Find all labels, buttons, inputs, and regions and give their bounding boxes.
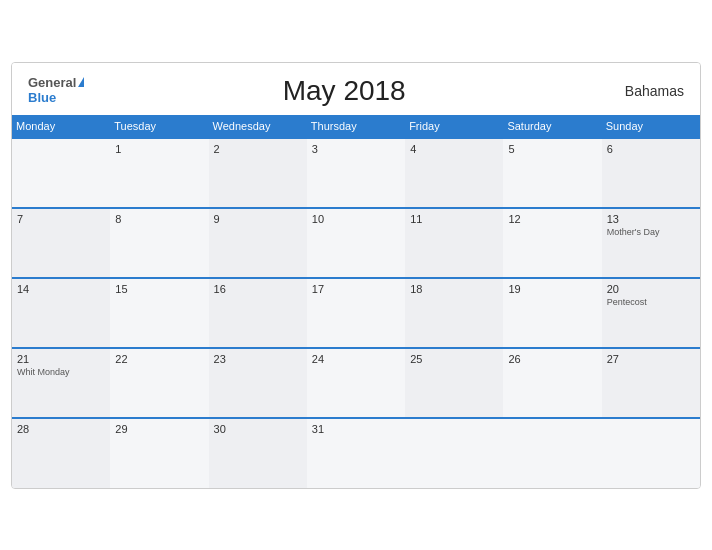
day-cell: 17 bbox=[307, 278, 405, 348]
weekday-header-sunday: Sunday bbox=[602, 115, 700, 138]
day-cell: 30 bbox=[209, 418, 307, 488]
day-cell: 6 bbox=[602, 138, 700, 208]
day-number: 14 bbox=[17, 283, 105, 295]
day-cell: 31 bbox=[307, 418, 405, 488]
day-number: 15 bbox=[115, 283, 203, 295]
week-row-3: 14151617181920Pentecost bbox=[12, 278, 700, 348]
day-number: 17 bbox=[312, 283, 400, 295]
day-cell: 5 bbox=[503, 138, 601, 208]
day-number: 24 bbox=[312, 353, 400, 365]
weekday-header-wednesday: Wednesday bbox=[209, 115, 307, 138]
day-number: 23 bbox=[214, 353, 302, 365]
day-number: 2 bbox=[214, 143, 302, 155]
day-number: 13 bbox=[607, 213, 695, 225]
day-number: 6 bbox=[607, 143, 695, 155]
day-number: 4 bbox=[410, 143, 498, 155]
day-cell: 4 bbox=[405, 138, 503, 208]
day-cell bbox=[602, 418, 700, 488]
calendar-title: May 2018 bbox=[84, 75, 604, 107]
day-number: 21 bbox=[17, 353, 105, 365]
day-number: 29 bbox=[115, 423, 203, 435]
day-cell: 24 bbox=[307, 348, 405, 418]
day-number: 22 bbox=[115, 353, 203, 365]
day-cell: 19 bbox=[503, 278, 601, 348]
calendar-header: General Blue May 2018 Bahamas bbox=[12, 63, 700, 115]
calendar-table: MondayTuesdayWednesdayThursdayFridaySatu… bbox=[12, 115, 700, 488]
day-cell: 23 bbox=[209, 348, 307, 418]
day-cell: 29 bbox=[110, 418, 208, 488]
day-number: 28 bbox=[17, 423, 105, 435]
weekday-header-tuesday: Tuesday bbox=[110, 115, 208, 138]
day-cell: 26 bbox=[503, 348, 601, 418]
day-event: Whit Monday bbox=[17, 367, 105, 377]
weekday-header-row: MondayTuesdayWednesdayThursdayFridaySatu… bbox=[12, 115, 700, 138]
day-cell bbox=[405, 418, 503, 488]
day-number: 9 bbox=[214, 213, 302, 225]
day-number: 20 bbox=[607, 283, 695, 295]
day-number: 7 bbox=[17, 213, 105, 225]
day-number: 10 bbox=[312, 213, 400, 225]
day-cell bbox=[503, 418, 601, 488]
day-cell: 10 bbox=[307, 208, 405, 278]
day-cell: 8 bbox=[110, 208, 208, 278]
day-number: 3 bbox=[312, 143, 400, 155]
week-row-2: 78910111213Mother's Day bbox=[12, 208, 700, 278]
weekday-header-monday: Monday bbox=[12, 115, 110, 138]
day-number: 5 bbox=[508, 143, 596, 155]
day-number: 27 bbox=[607, 353, 695, 365]
logo: General Blue bbox=[28, 76, 84, 105]
day-number: 30 bbox=[214, 423, 302, 435]
day-cell: 27 bbox=[602, 348, 700, 418]
day-number: 12 bbox=[508, 213, 596, 225]
day-cell: 11 bbox=[405, 208, 503, 278]
day-number: 16 bbox=[214, 283, 302, 295]
day-cell: 28 bbox=[12, 418, 110, 488]
week-row-5: 28293031 bbox=[12, 418, 700, 488]
day-cell: 16 bbox=[209, 278, 307, 348]
day-number: 25 bbox=[410, 353, 498, 365]
weekday-header-thursday: Thursday bbox=[307, 115, 405, 138]
logo-general-text: General bbox=[28, 76, 84, 90]
day-cell: 14 bbox=[12, 278, 110, 348]
day-cell: 25 bbox=[405, 348, 503, 418]
day-cell: 3 bbox=[307, 138, 405, 208]
day-event: Mother's Day bbox=[607, 227, 695, 237]
day-cell: 7 bbox=[12, 208, 110, 278]
week-row-4: 21Whit Monday222324252627 bbox=[12, 348, 700, 418]
weekday-header-friday: Friday bbox=[405, 115, 503, 138]
day-cell: 22 bbox=[110, 348, 208, 418]
day-number: 26 bbox=[508, 353, 596, 365]
calendar-country: Bahamas bbox=[604, 83, 684, 99]
week-row-1: 123456 bbox=[12, 138, 700, 208]
day-number: 19 bbox=[508, 283, 596, 295]
day-number: 18 bbox=[410, 283, 498, 295]
day-number: 11 bbox=[410, 213, 498, 225]
logo-blue-text: Blue bbox=[28, 91, 56, 105]
logo-triangle-icon bbox=[78, 77, 84, 87]
day-cell: 1 bbox=[110, 138, 208, 208]
day-cell: 9 bbox=[209, 208, 307, 278]
day-cell: 21Whit Monday bbox=[12, 348, 110, 418]
day-cell: 20Pentecost bbox=[602, 278, 700, 348]
calendar-container: General Blue May 2018 Bahamas MondayTues… bbox=[11, 62, 701, 489]
day-cell bbox=[12, 138, 110, 208]
day-number: 8 bbox=[115, 213, 203, 225]
day-cell: 12 bbox=[503, 208, 601, 278]
weekday-header-saturday: Saturday bbox=[503, 115, 601, 138]
day-number: 1 bbox=[115, 143, 203, 155]
day-cell: 13Mother's Day bbox=[602, 208, 700, 278]
day-cell: 2 bbox=[209, 138, 307, 208]
day-event: Pentecost bbox=[607, 297, 695, 307]
day-cell: 15 bbox=[110, 278, 208, 348]
day-cell: 18 bbox=[405, 278, 503, 348]
day-number: 31 bbox=[312, 423, 400, 435]
